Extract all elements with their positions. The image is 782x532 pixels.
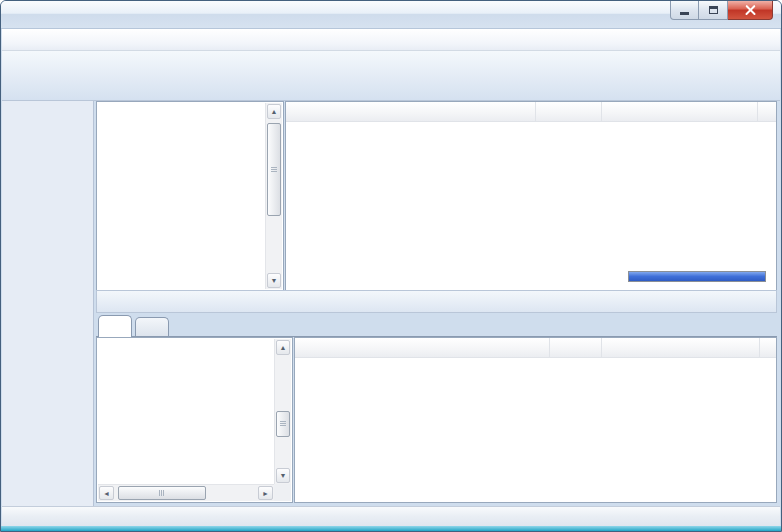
window-frame-bottom xyxy=(1,526,781,531)
minimize-button[interactable] xyxy=(670,1,699,20)
column-header-groesse[interactable] xyxy=(536,102,602,121)
pc-tree-vscrollbar[interactable]: ▲ ▼ xyxy=(274,339,291,484)
close-button[interactable] xyxy=(728,1,773,20)
scroll-thumb[interactable] xyxy=(276,411,290,437)
pc-folder-tree xyxy=(98,339,274,484)
status-bar xyxy=(2,506,780,528)
scroll-thumb[interactable] xyxy=(267,123,281,216)
phone-files-panel xyxy=(285,101,777,291)
scroll-up-icon[interactable]: ▲ xyxy=(267,104,281,119)
title-bar[interactable] xyxy=(1,1,781,29)
pc-tree-panel: ▲ ▼ ◄ ► xyxy=(96,337,293,503)
main-toolbar xyxy=(2,51,780,101)
scroll-right-icon[interactable]: ► xyxy=(258,486,273,500)
pc-files-header xyxy=(295,338,776,358)
maximize-icon xyxy=(709,6,718,14)
sidebar-nav xyxy=(2,101,94,506)
column-header-spacer xyxy=(760,338,776,357)
window-controls xyxy=(670,1,773,20)
memory-progress-bar xyxy=(628,271,766,282)
tab-itunes[interactable] xyxy=(135,317,169,336)
scroll-down-icon[interactable]: ▼ xyxy=(267,273,281,288)
tab-dateisystem[interactable] xyxy=(98,315,132,337)
column-header-dateiname[interactable] xyxy=(295,338,550,357)
phone-folder-tree xyxy=(98,103,265,289)
menu-bar xyxy=(2,29,780,51)
bottom-tabs xyxy=(96,313,777,337)
column-header-groesse[interactable] xyxy=(550,338,602,357)
scrollbar-corner xyxy=(274,484,291,501)
phone-tree-vscrollbar[interactable]: ▲ ▼ xyxy=(265,103,282,289)
pc-tree-hscrollbar[interactable]: ◄ ► xyxy=(98,484,274,501)
close-icon xyxy=(745,5,756,16)
column-header-dateiname[interactable] xyxy=(286,102,536,121)
memory-progress-fill xyxy=(629,272,765,281)
scroll-down-icon[interactable]: ▼ xyxy=(276,468,290,483)
minimize-icon xyxy=(680,12,689,15)
scroll-up-icon[interactable]: ▲ xyxy=(276,340,290,355)
column-header-geaendert[interactable] xyxy=(602,338,760,357)
app-window: ▲ ▼ ▲ ▼ ◄ xyxy=(0,0,782,532)
column-header-geaendert[interactable] xyxy=(602,102,758,121)
transfer-toolbar xyxy=(96,290,777,313)
pc-files-panel xyxy=(294,337,777,503)
maximize-button[interactable] xyxy=(699,1,728,20)
column-header-spacer xyxy=(758,102,776,121)
scroll-thumb[interactable] xyxy=(118,486,206,500)
phone-tree-panel: ▲ ▼ xyxy=(96,101,284,291)
scroll-left-icon[interactable]: ◄ xyxy=(99,486,114,500)
app-logo-icon xyxy=(10,7,27,24)
phone-files-header xyxy=(286,102,776,122)
